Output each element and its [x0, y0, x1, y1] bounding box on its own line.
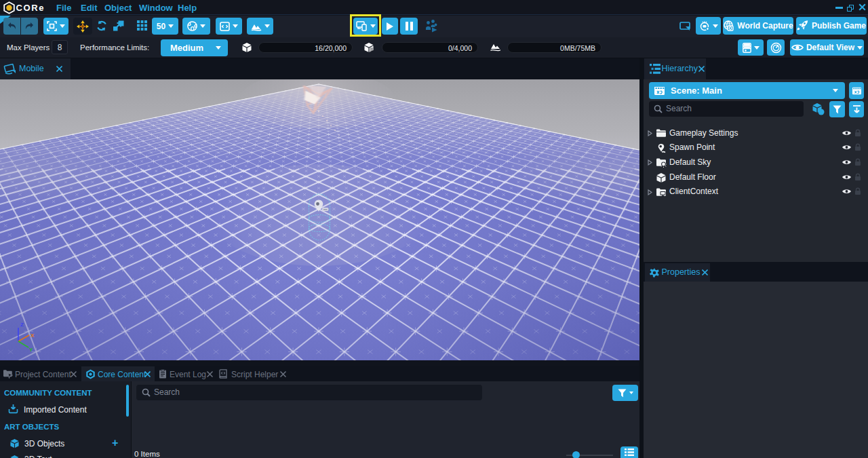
- svg-text:Z: Z: [20, 322, 24, 328]
- svg-text:X: X: [31, 332, 35, 339]
- svg-text:Y: Y: [29, 347, 33, 353]
